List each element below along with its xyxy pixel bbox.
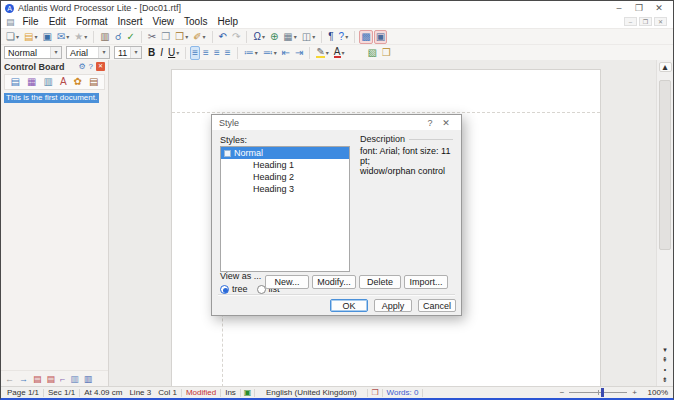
delete-style-button[interactable]: Delete — [359, 275, 401, 289]
print-preview-button[interactable]: ☌ — [113, 30, 124, 44]
columns-button[interactable]: ◫▾ — [300, 30, 317, 44]
highlight-button[interactable]: ✎▾ — [314, 46, 330, 60]
font-combobox-arrow-icon[interactable]: ▾ — [98, 47, 109, 58]
menu-insert[interactable]: Insert — [113, 15, 148, 28]
autosave-toggle-button[interactable]: ▣ — [374, 30, 387, 44]
favorites-button[interactable]: ★▾ — [72, 30, 89, 44]
styles-list[interactable]: NormalHeading 1Heading 2Heading 3 — [220, 146, 350, 272]
numbering-button[interactable]: ≕▾ — [261, 46, 279, 60]
view-layout-button[interactable]: ▥ — [82, 372, 95, 386]
status-word-count[interactable]: Words: 0 — [383, 388, 423, 397]
font-color-button-dropdown-icon[interactable]: ▾ — [342, 49, 345, 56]
insert-object-button[interactable]: ❒ — [380, 46, 393, 60]
clear-all-hotspots-button[interactable]: ▤ — [45, 372, 58, 386]
radio-tree[interactable]: tree — [220, 284, 248, 294]
doc-restore-button[interactable]: ❐ — [639, 17, 652, 26]
align-left-button[interactable]: ≡ — [190, 46, 200, 60]
panel-help-icon[interactable]: ? — [89, 62, 93, 71]
new-document-button[interactable]: ❏▾ — [4, 30, 21, 44]
formatting-marks-button[interactable]: ¶ — [326, 30, 335, 44]
zoom-slider[interactable] — [569, 392, 627, 393]
redo-button[interactable]: ↷ — [230, 30, 242, 44]
dictionary-icon[interactable]: ❒ — [368, 388, 381, 397]
menu-help[interactable]: Help — [212, 15, 243, 28]
style-item-heading-3[interactable]: Heading 3 — [221, 183, 349, 195]
forward-button[interactable]: → — [17, 372, 30, 386]
autosave-status-icon[interactable]: ▣ — [241, 388, 255, 397]
scroll-down-button[interactable]: ▾ — [658, 345, 673, 354]
style-item-heading-1[interactable]: Heading 1 — [221, 159, 349, 171]
paste-button[interactable]: ❒▾ — [173, 30, 190, 44]
view-draft-button[interactable]: ▥ — [68, 372, 81, 386]
scrollbar-thumb[interactable] — [659, 80, 671, 250]
style-combobox-arrow-icon[interactable]: ▾ — [50, 47, 61, 58]
insert-symbol-button[interactable]: Ω▾ — [251, 30, 267, 44]
underline-button[interactable]: U▾ — [166, 46, 181, 60]
dialog-title-bar[interactable]: Style ? ✕ — [212, 115, 461, 130]
font-size-combobox[interactable]: 11 ▾ — [114, 46, 142, 59]
decrease-indent-button[interactable]: ⇤ — [280, 46, 292, 60]
print-button[interactable]: ▥ — [98, 30, 111, 44]
menu-tools[interactable]: Tools — [179, 15, 212, 28]
modify-style-button[interactable]: Modify... — [312, 275, 356, 289]
close-button[interactable]: ✕ — [649, 2, 669, 15]
insert-symbol-button-dropdown-icon[interactable]: ▾ — [262, 33, 265, 40]
minimize-button[interactable]: – — [609, 2, 629, 15]
status-language[interactable]: English (United Kingdom) — [255, 388, 367, 397]
bullets-button[interactable]: ≔▾ — [242, 46, 260, 60]
insert-table-button[interactable]: ▦▾ — [281, 30, 298, 44]
status-modified[interactable]: Modified — [182, 388, 220, 397]
highlight-button-dropdown-icon[interactable]: ▾ — [326, 49, 329, 56]
align-justify-button[interactable]: ≡ — [223, 46, 233, 60]
select-fragment-button[interactable]: ⌐ — [58, 372, 67, 386]
copy-button[interactable]: ❐ — [159, 30, 172, 44]
back-button[interactable]: ← — [3, 372, 16, 386]
clippings-icon[interactable]: ▥ — [41, 75, 54, 89]
hyperlink-button[interactable]: ⊕ — [268, 30, 280, 44]
format-painter-button-dropdown-icon[interactable]: ▾ — [203, 33, 206, 40]
font-color-button[interactable]: A▾ — [332, 46, 347, 60]
numbering-button-dropdown-icon[interactable]: ▾ — [274, 49, 277, 56]
open-button[interactable]: ▤▾ — [22, 30, 39, 44]
document-snippet[interactable]: This is the first document. — [4, 93, 99, 103]
columns-button-dropdown-icon[interactable]: ▾ — [312, 33, 315, 40]
status-section[interactable]: Sec 1/1 — [44, 388, 79, 397]
scroll-up-button[interactable]: ▴ — [659, 62, 672, 72]
insert-table-button-dropdown-icon[interactable]: ▾ — [294, 33, 297, 40]
dialog-help-button[interactable]: ? — [422, 118, 438, 128]
panel-settings-icon[interactable]: ⚙ — [78, 62, 85, 71]
format-painter-button[interactable]: ✐▾ — [191, 30, 207, 44]
maximize-button[interactable]: ❐ — [629, 2, 649, 15]
dialog-close-button[interactable]: ✕ — [438, 118, 454, 128]
cancel-button[interactable]: Cancel — [418, 299, 456, 312]
email-button[interactable]: ✉▾ — [55, 30, 71, 44]
menu-edit[interactable]: Edit — [44, 15, 71, 28]
cut-button[interactable]: ✂ — [146, 30, 158, 44]
apply-button[interactable]: Apply — [374, 299, 412, 312]
menu-file[interactable]: File — [18, 15, 44, 28]
bold-button[interactable]: B — [146, 46, 157, 60]
font-size-combobox-arrow-icon[interactable]: ▾ — [130, 47, 141, 58]
open-button-dropdown-icon[interactable]: ▾ — [34, 33, 37, 40]
align-right-button[interactable]: ≡ — [212, 46, 222, 60]
save-button[interactable]: ▣ — [40, 30, 53, 44]
document-menu-icon[interactable]: ▤ — [3, 17, 18, 27]
autocorrect-toggle-button[interactable]: ▩ — [359, 30, 372, 44]
status-insert-mode[interactable]: Ins — [221, 388, 240, 397]
doc-close-button[interactable]: ✕ — [654, 17, 667, 26]
zoom-in-button[interactable]: + — [632, 388, 637, 397]
zoom-percentage[interactable]: 100% — [642, 388, 668, 397]
import-style-button[interactable]: Import... — [404, 275, 448, 289]
insert-picture-button[interactable]: ▧ — [366, 46, 379, 60]
select-browse-object-button[interactable]: • — [658, 365, 673, 374]
font-combobox[interactable]: Arial ▾ — [66, 46, 110, 59]
increase-indent-button[interactable]: ⇥ — [293, 46, 305, 60]
align-center-button[interactable]: ≡ — [201, 46, 211, 60]
favorites-button-dropdown-icon[interactable]: ▾ — [84, 33, 87, 40]
ok-button[interactable]: OK — [330, 299, 368, 312]
undo-button[interactable]: ↶ — [217, 30, 229, 44]
status-page[interactable]: Page 1/1 — [3, 388, 43, 397]
email-button-dropdown-icon[interactable]: ▾ — [66, 33, 69, 40]
menu-format[interactable]: Format — [71, 15, 113, 28]
paste-button-dropdown-icon[interactable]: ▾ — [185, 33, 188, 40]
